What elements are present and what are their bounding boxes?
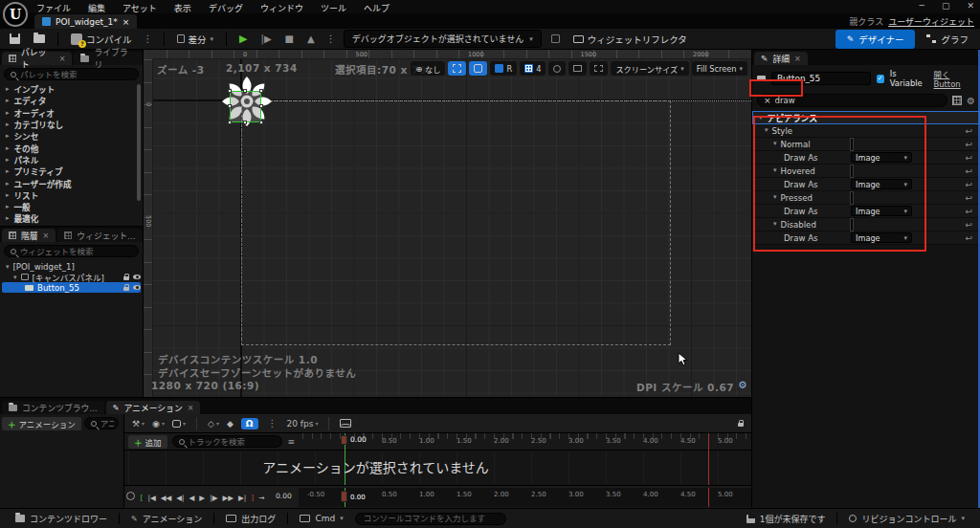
object-name-field[interactable] [771,72,871,85]
tree-button-55[interactable]: Button_55 [2,282,141,293]
reset-to-default-icon[interactable]: ↩ [965,193,972,203]
timeline-lock-icon[interactable] [738,423,744,427]
visibility-icon[interactable] [133,275,141,279]
color-swatch[interactable] [851,139,853,150]
animation-search-input[interactable] [100,419,114,429]
designer-viewport[interactable]: 0500100015002000 0500 ズーム -3 2,107 x 734… [144,50,751,397]
style-state-disabled[interactable]: ▾Disabled↩ [752,218,980,231]
selection-box[interactable] [230,91,261,122]
stop-button[interactable]: ■ [281,32,298,46]
parent-class-link[interactable]: ユーザーウィジェット [888,15,974,28]
unsaved-status[interactable]: 1個が未保存です [739,509,834,528]
view-options-button[interactable]: ◉▾ [152,419,165,429]
playhead-marker[interactable] [341,435,347,445]
timeline-ruler[interactable]: 0.00 0.501.001.502.002.503.003.504.004.5… [299,433,751,451]
color-swatch[interactable] [851,165,853,177]
safe-zone-button[interactable] [548,61,566,76]
frame-skip-button[interactable]: |▶ [257,32,276,46]
lock-icon[interactable] [123,276,129,280]
draw-as-row[interactable]: Draw AsImage▾↩ [752,178,980,191]
end-marker[interactable] [708,433,709,451]
tab-animations[interactable]: ✎ アニメーション × [106,401,201,414]
fps-dropdown[interactable]: 20 fps▾ [287,419,319,429]
open-button-link[interactable]: 開く Button [934,68,975,89]
close-icon[interactable]: × [188,404,194,412]
transport-button[interactable]: ◀◀ [158,494,174,502]
eject-button[interactable]: ▲ [303,32,319,46]
transport-button[interactable]: ] [249,494,256,502]
palette-category[interactable]: ▸最適化 [0,212,143,224]
reset-to-default-icon[interactable]: ↩ [965,180,972,189]
curve-editor-button[interactable] [340,419,351,428]
diff-button[interactable]: 差分 ▾ [173,31,218,48]
palette-category[interactable]: ▸オーディオ [0,107,143,119]
add-track-button[interactable]: ＋ 追加 [128,435,167,449]
palette-category[interactable]: ▸その他 [0,142,143,153]
transport-button[interactable]: ▶| [235,494,248,502]
style-state-hovered[interactable]: ▾Hovered↩ [752,165,980,178]
tab-hierarchy[interactable]: 階層 × [2,229,56,242]
graph-mode-button[interactable]: グラフ [921,30,974,49]
palette-scrollbar[interactable] [137,84,141,201]
palette-category[interactable]: ▸一般 [0,201,143,212]
close-tab-icon[interactable]: × [122,17,130,27]
animation-tray-button[interactable]: ✎ アニメーション [123,509,210,528]
cmd-dropdown[interactable]: Cmd ▾ [292,509,350,528]
resize-handle[interactable] [228,121,232,124]
console-input[interactable] [364,514,498,523]
add-animation-button[interactable]: ＋ アニメーション [2,417,81,430]
transport-button[interactable]: ▶▶ [220,494,236,502]
snap-toggle-button[interactable]: Ω [241,418,258,429]
save-button[interactable] [6,32,24,46]
widget-reflector-button[interactable]: ウィジェットリフレクタ [569,31,691,48]
draw-as-dropdown[interactable]: Image▾ [851,152,912,163]
is-variable-checkbox[interactable]: ✓ [877,75,884,83]
palette-category[interactable]: ▸シンセ [0,130,143,142]
browse-button[interactable] [30,33,49,45]
console-input-box[interactable] [355,513,506,525]
tree-canvas-panel[interactable]: ▾ [キャンバスパネル] [2,272,141,282]
localization-preview-button[interactable]: ⊕ なし [411,61,445,76]
details-search[interactable]: × [757,94,947,107]
grid-snap-button[interactable]: 4 [520,61,546,76]
tab-palette[interactable]: パレット × [2,52,72,65]
resize-handle[interactable] [243,121,247,124]
keyframe-options-button[interactable]: ◇▾ [208,419,219,429]
resize-handle[interactable] [259,121,263,124]
debug-object-dropdown[interactable]: デバッグオブジェクトが選択されていません ▾ [344,30,542,48]
clear-search-icon[interactable]: × [764,96,771,105]
compile-options-icon[interactable]: ⋮ [142,33,155,44]
palette-category[interactable]: ▸ユーザーが作成 [0,177,143,188]
selection-outline-toggle[interactable] [448,61,466,76]
transport-button[interactable]: |◀ [145,494,158,502]
palette-category[interactable]: ▸インプット [0,83,143,95]
close-icon[interactable]: × [59,55,66,63]
hierarchy-search[interactable] [4,245,139,257]
reset-to-default-icon[interactable]: ↩ [965,153,972,163]
range-playhead-marker[interactable] [341,491,347,502]
lock-widget-toggle[interactable] [469,61,487,76]
screen-size-dropdown[interactable]: スクリーンサイズ ▾ [611,61,688,76]
design-canvas-grid[interactable] [153,59,751,397]
palette-search[interactable] [4,68,139,80]
visibility-icon[interactable] [133,285,141,290]
play-options-icon[interactable]: ⋮ [324,33,338,44]
hierarchy-search-input[interactable] [20,247,132,256]
maximize-button[interactable]: ▢ [942,1,950,11]
palette-category[interactable]: ▸プリミティブ [0,165,143,177]
style-state-pressed[interactable]: ▾Pressed↩ [752,191,980,205]
reset-to-default-icon[interactable]: ↩ [965,233,972,243]
transport-button[interactable]: → [256,494,267,502]
draw-as-row[interactable]: Draw AsImage▾↩ [752,231,980,245]
reset-to-default-icon[interactable]: ↩ [965,220,972,230]
object-name-input[interactable] [777,74,865,83]
filter-icon[interactable]: ≡ [287,437,295,447]
category-appearance[interactable]: ▾ アピアランス [752,111,980,124]
draw-as-dropdown[interactable]: Image▾ [851,232,912,243]
palette-search-input[interactable] [20,70,132,79]
details-search-input[interactable] [775,96,941,105]
display-filter-icon[interactable] [952,96,962,105]
palette-category[interactable]: ▸パネル [0,154,143,165]
play-button[interactable]: ▶ [235,31,251,47]
track-search[interactable] [172,435,283,448]
